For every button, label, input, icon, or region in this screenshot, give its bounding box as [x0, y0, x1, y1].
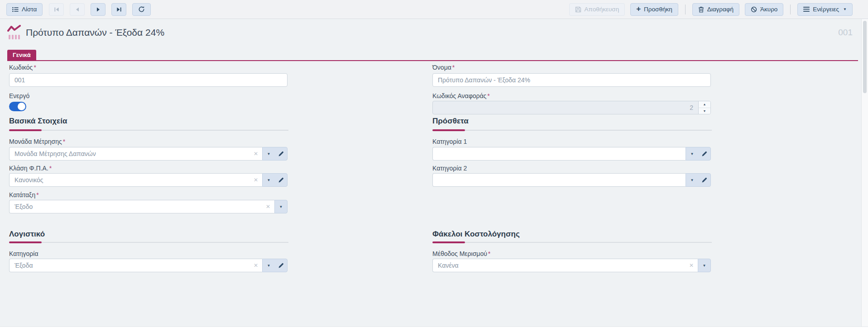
category2-input[interactable]	[432, 173, 686, 187]
required-asterisk: *	[488, 250, 490, 257]
accounting-category-buttons: ▼	[262, 259, 288, 272]
clear-icon[interactable]: ✕	[254, 177, 258, 183]
allocation-method-input[interactable]: Κανένα ✕	[432, 259, 698, 272]
spinner-down-icon[interactable]: ▼	[699, 108, 710, 114]
required-asterisk: *	[63, 138, 65, 145]
classification-combobox: Έξοδο ✕ ▼	[9, 200, 288, 213]
accounting-category-dropdown-button[interactable]: ▼	[263, 259, 275, 272]
required-asterisk: *	[452, 64, 455, 71]
edit-icon	[278, 263, 284, 269]
list-button-label: Λίστα	[22, 6, 37, 13]
vertical-scrollbar[interactable]	[861, 19, 868, 326]
vat-class-edit-button[interactable]	[275, 174, 287, 186]
vat-class-dropdown-button[interactable]: ▼	[263, 174, 275, 186]
delete-button[interactable]: Διαγραφή	[692, 3, 739, 16]
tab-genika[interactable]: Γενικά	[7, 50, 36, 60]
classification-input[interactable]: Έξοδο ✕	[9, 200, 274, 213]
unit-dropdown-button[interactable]: ▼	[263, 147, 275, 160]
page-title: Πρότυπο Δαπανών - Έξοδα 24%	[26, 27, 164, 38]
dropdown-caret-icon: ▼	[703, 264, 706, 268]
unit-combobox: Μονάδα Μέτρησης Δαπανών ✕ ▼	[9, 147, 288, 161]
section-basic-title: Βασικά Στοιχεία	[9, 117, 67, 126]
accounting-category-combobox: Έξοδα ✕ ▼	[9, 259, 288, 272]
clear-icon[interactable]: ✕	[254, 151, 258, 157]
vat-class-field-label: Κλάση Φ.Π.Α.*	[9, 165, 288, 172]
caret-down-icon: ▼	[843, 7, 847, 11]
section-accounting-divider	[9, 241, 288, 243]
add-button-label: Προσθήκη	[644, 6, 672, 13]
vat-class-value: Κανονικός	[14, 176, 251, 184]
refresh-icon	[138, 6, 145, 13]
category1-edit-button[interactable]	[698, 147, 710, 160]
required-asterisk: *	[34, 64, 36, 71]
scrollbar-thumb[interactable]	[863, 21, 867, 93]
code-input[interactable]: 001	[9, 73, 288, 87]
clear-icon[interactable]: ✕	[254, 262, 258, 269]
first-page-icon	[54, 7, 59, 12]
ref-code-value: 2	[433, 101, 698, 114]
required-asterisk: *	[487, 92, 489, 99]
cancel-button[interactable]: Άκυρο	[745, 3, 783, 16]
required-asterisk: *	[36, 191, 38, 199]
category1-field-label: Κατηγορία 1	[432, 138, 711, 145]
cancel-icon	[751, 6, 757, 13]
save-button[interactable]: Αποθήκευση	[569, 3, 625, 16]
allocation-method-field-label: Μέθοδος Μερισμού*	[432, 250, 711, 257]
category1-buttons: ▼	[686, 147, 711, 161]
edit-icon	[278, 177, 284, 183]
clear-icon[interactable]: ✕	[266, 203, 270, 210]
list-icon	[12, 7, 19, 12]
menu-icon	[803, 7, 810, 12]
dropdown-caret-icon: ▼	[267, 264, 271, 268]
add-button[interactable]: + Προσθήκη	[630, 3, 678, 16]
ref-code-spinner: ▲ ▼	[698, 101, 710, 114]
app-window: Λίστα	[0, 0, 868, 331]
code-input-value: 001	[14, 76, 25, 84]
vat-class-combobox: Κανονικός ✕ ▼	[9, 173, 288, 187]
category1-input[interactable]	[432, 147, 686, 161]
category1-combobox: ▼	[432, 147, 711, 161]
accounting-category-edit-button[interactable]	[275, 259, 287, 272]
ref-code-input[interactable]: 2 ▲ ▼	[432, 101, 711, 114]
refresh-button[interactable]	[132, 3, 151, 16]
chart-icon	[7, 25, 21, 40]
delete-button-label: Διαγραφή	[707, 6, 734, 13]
spinner-up-icon[interactable]: ▲	[699, 101, 710, 108]
next-record-button[interactable]	[91, 3, 106, 16]
tab-genika-label: Γενικά	[13, 52, 31, 58]
dropdown-caret-icon: ▼	[691, 152, 694, 156]
clear-icon[interactable]: ✕	[689, 262, 694, 269]
vat-class-input[interactable]: Κανονικός ✕	[9, 173, 262, 187]
unit-input[interactable]: Μονάδα Μέτρησης Δαπανών ✕	[9, 147, 262, 161]
edit-icon	[278, 151, 284, 157]
toolbar: Λίστα	[0, 0, 868, 19]
name-field-label: Όνομα*	[432, 64, 711, 71]
classification-dropdown-button[interactable]: ▼	[275, 200, 287, 213]
accounting-category-field-label: Κατηγορία	[9, 250, 288, 257]
unit-edit-button[interactable]	[275, 147, 287, 160]
active-toggle[interactable]	[9, 102, 26, 111]
first-record-button[interactable]	[49, 3, 64, 16]
save-button-label: Αποθήκευση	[585, 6, 619, 13]
category2-field-label: Κατηγορία 2	[432, 165, 711, 172]
main-content: Πρότυπο Δαπανών - Έξοδα 24% 001 Γενικά Κ…	[0, 19, 868, 326]
classification-value: Έξοδο	[14, 203, 263, 210]
category2-dropdown-button[interactable]: ▼	[686, 174, 698, 186]
previous-record-button[interactable]	[70, 3, 85, 16]
name-input[interactable]: Πρότυπο Δαπανών - Έξοδα 24%	[432, 73, 711, 87]
section-costing-divider	[432, 241, 712, 243]
section-basic-divider	[9, 129, 288, 131]
allocation-method-combobox: Κανένα ✕ ▼	[432, 259, 711, 272]
name-input-value: Πρότυπο Δαπανών - Έξοδα 24%	[438, 76, 530, 84]
category2-edit-button[interactable]	[698, 174, 710, 186]
section-accounting-title: Λογιστικό	[9, 230, 45, 239]
list-button[interactable]: Λίστα	[6, 3, 43, 16]
category1-dropdown-button[interactable]: ▼	[686, 147, 698, 160]
actions-menu-button[interactable]: Ενέργειες ▼	[797, 3, 853, 16]
vat-class-buttons: ▼	[262, 173, 288, 187]
edit-icon	[701, 151, 707, 157]
allocation-method-dropdown-button[interactable]: ▼	[698, 259, 710, 272]
tab-bar: Γενικά	[7, 50, 858, 61]
accounting-category-input[interactable]: Έξοδα ✕	[9, 259, 262, 272]
last-record-button[interactable]	[111, 3, 126, 16]
